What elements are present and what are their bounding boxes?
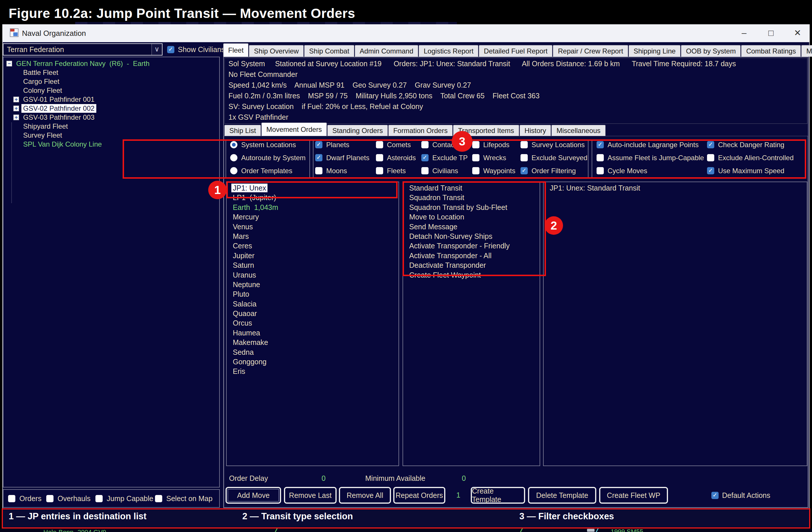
checkbox-icon[interactable] (711, 492, 719, 499)
remove-last-button[interactable]: Remove Last (284, 487, 337, 504)
main-tab[interactable]: Missile Salvos (801, 45, 812, 57)
checkbox-icon[interactable] (315, 141, 322, 148)
add-move-button[interactable]: Add Move (226, 487, 281, 504)
transit-action-item[interactable]: Send Message (408, 222, 538, 232)
main-tab[interactable]: Ship Overview (249, 45, 304, 57)
main-tab[interactable]: Ship Combat (304, 45, 354, 57)
filter-checkbox[interactable]: Check Danger Rating (707, 138, 794, 151)
checkbox-icon[interactable] (597, 141, 604, 148)
checkbox-icon[interactable] (472, 154, 479, 161)
destination-item[interactable]: Earth 1,043m (231, 203, 397, 212)
sub-tab[interactable]: Miscellaneous (551, 125, 605, 136)
checkbox-icon[interactable] (472, 167, 479, 174)
remove-all-button[interactable]: Remove All (339, 487, 391, 504)
tree-node[interactable]: Colony Fleet (3, 86, 219, 95)
transit-action-item[interactable]: Deactivate Transponder (408, 261, 538, 270)
filter-checkbox[interactable]: Assume Fleet is Jump-Capable (597, 151, 704, 164)
checkbox-icon[interactable] (376, 167, 383, 174)
main-tab[interactable]: Repair / Crew Report (553, 45, 628, 57)
radio-icon[interactable] (230, 154, 237, 161)
transit-action-item[interactable]: Standard Transit (408, 183, 538, 193)
sub-tab[interactable]: Formation Orders (388, 125, 452, 136)
checkbox-icon[interactable] (155, 495, 162, 502)
main-tab[interactable]: Logistics Report (419, 45, 478, 57)
filter-checkbox[interactable]: Exclude Alien-Controlled (707, 151, 794, 164)
destination-item[interactable]: Makemake (231, 338, 397, 347)
minimize-button[interactable]: – (734, 24, 754, 42)
sub-tab[interactable]: Ship List (224, 125, 261, 136)
repeat-count[interactable]: 1 (456, 491, 460, 499)
tree-expander-icon[interactable]: + (13, 115, 19, 120)
filter-checkbox[interactable]: Civilians (421, 164, 468, 177)
radio-option[interactable]: System Locations (230, 138, 306, 151)
tree-node[interactable]: − GEN Terran Federation Navy (R6) - Eart… (3, 59, 219, 68)
transit-action-item[interactable]: Squadron Transit (408, 193, 538, 202)
destination-item[interactable]: Quaoar (231, 309, 397, 318)
checkbox-icon[interactable] (707, 154, 714, 161)
destination-item[interactable]: Sedna (231, 348, 397, 357)
sub-tab[interactable]: Standing Orders (327, 125, 388, 136)
checkbox-icon[interactable] (421, 141, 429, 148)
checkbox-icon[interactable] (376, 141, 383, 148)
tree-node-label[interactable]: Cargo Fleet (21, 77, 61, 86)
filter-checkbox[interactable]: Order Filtering (521, 164, 587, 177)
tree-node-label[interactable]: Battle Fleet (21, 68, 60, 77)
filter-checkbox[interactable]: Cycle Moves (597, 164, 704, 177)
destination-item[interactable]: Ceres (231, 241, 397, 251)
checkbox-icon[interactable] (376, 154, 383, 161)
tree-node[interactable]: Survey Fleet (3, 131, 219, 140)
tree-node[interactable]: + GSV-01 Pathfinder 001 (3, 95, 219, 104)
tree-node-label[interactable]: GSV-01 Pathfinder 001 (21, 95, 96, 104)
filter-checkbox[interactable]: Lifepods (472, 138, 515, 151)
checkbox-icon[interactable] (472, 141, 479, 148)
tree-expander-icon[interactable]: − (6, 61, 12, 66)
tree-node-label[interactable]: Colony Fleet (21, 86, 64, 95)
tree-node-label[interactable]: GSV-03 Pathfinder 003 (21, 113, 96, 122)
tree-node[interactable]: Battle Fleet (3, 68, 219, 77)
default-actions-checkbox[interactable]: Default Actions (711, 491, 770, 499)
radio-option[interactable]: Order Templates (230, 164, 306, 177)
checkbox-icon[interactable] (421, 154, 429, 161)
delete-template-button[interactable]: Delete Template (528, 487, 596, 504)
checkbox-icon[interactable] (707, 141, 714, 148)
tree-node[interactable]: SPL Van Dijk Colony Line (3, 140, 219, 149)
main-tab[interactable]: Combat Ratings (741, 45, 801, 57)
checkbox-icon[interactable] (521, 154, 528, 161)
destination-item[interactable]: Venus (231, 222, 397, 232)
filter-checkbox[interactable]: Fleets (376, 164, 416, 177)
destination-item[interactable]: Salacia (231, 299, 397, 309)
tree-node[interactable]: + GSV-02 Pathfinder 002 (3, 104, 219, 113)
checkbox-icon[interactable] (96, 495, 103, 502)
tree-node-label[interactable]: GEN Terran Federation Navy (R6) - Earth (14, 59, 151, 68)
filter-checkbox[interactable]: Comets (376, 138, 416, 151)
filter-checkbox[interactable]: Planets (315, 138, 369, 151)
filter-checkbox[interactable]: Dwarf Planets (315, 151, 369, 164)
destination-item[interactable]: Jupiter (231, 251, 397, 261)
filter-checkbox[interactable]: Moons (315, 164, 369, 177)
order-delay-value[interactable]: 0 (322, 474, 325, 482)
filter-checkbox[interactable]: Survey Locations (521, 138, 587, 151)
destination-item[interactable]: Uranus (231, 270, 397, 280)
main-tab[interactable]: Detailed Fuel Report (479, 45, 552, 57)
tree-node-label[interactable]: GSV-02 Pathfinder 002 (21, 104, 96, 113)
filter-checkbox[interactable]: Auto-include Lagrange Points (597, 138, 704, 151)
tree-option-checkbox[interactable]: Jump Capable (96, 490, 153, 507)
transit-action-item[interactable]: Squadron Transit by Sub-Fleet (408, 203, 538, 212)
tree-option-checkbox[interactable]: Orders (8, 490, 41, 507)
checkbox-icon[interactable] (421, 167, 429, 174)
tree-node[interactable]: Shipyard Fleet (3, 122, 219, 131)
transit-action-item[interactable]: Create Fleet Waypoint (408, 270, 538, 280)
checkbox-icon[interactable] (521, 141, 528, 148)
tree-expander-icon[interactable]: + (13, 105, 19, 111)
sub-tab[interactable]: History (520, 125, 551, 136)
destination-item[interactable]: Eris (231, 367, 397, 376)
tree-node-label[interactable]: Shipyard Fleet (21, 122, 70, 131)
radio-option[interactable]: Autoroute by System (230, 151, 306, 164)
checkbox-icon[interactable] (707, 167, 714, 174)
filter-checkbox[interactable]: Asteroids (376, 151, 416, 164)
checkbox-icon[interactable] (8, 495, 15, 502)
transit-action-item[interactable]: Move to Location (408, 212, 538, 222)
tree-node[interactable]: Cargo Fleet (3, 77, 219, 86)
checkbox-icon[interactable] (597, 167, 604, 174)
tree-node-label[interactable]: SPL Van Dijk Colony Line (21, 140, 103, 149)
